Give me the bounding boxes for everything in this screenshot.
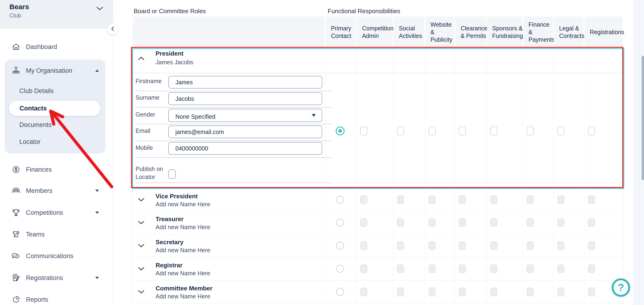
sponsors-fundraising-checkbox[interactable] xyxy=(490,126,498,135)
sidebar-item-finances[interactable]: Finances xyxy=(5,163,108,176)
legal-contracts-checkbox[interactable] xyxy=(557,196,564,204)
primary-contact-radio[interactable] xyxy=(336,242,344,250)
help-button[interactable]: ? xyxy=(612,278,630,297)
publish-on-locator-checkbox[interactable] xyxy=(168,169,176,179)
finance-payments-checkbox[interactable] xyxy=(526,265,534,273)
clearance-permits-checkbox[interactable] xyxy=(459,265,466,273)
registrations-checkbox[interactable] xyxy=(588,241,595,250)
social-activities-checkbox[interactable] xyxy=(397,288,404,296)
finance-payments-checkbox[interactable] xyxy=(526,196,534,204)
chevron-down-icon[interactable] xyxy=(138,198,144,203)
sidebar-item-reports[interactable]: Reports xyxy=(5,293,108,305)
collapse-section-icon[interactable] xyxy=(95,69,99,72)
clearance-permits-checkbox[interactable] xyxy=(459,241,466,250)
role-row-vice-president[interactable]: Vice President Add new Name Here xyxy=(133,188,623,211)
chevron-down-icon[interactable] xyxy=(138,290,144,295)
legal-contracts-checkbox[interactable] xyxy=(557,241,564,250)
legal-contracts-checkbox[interactable] xyxy=(557,288,564,296)
chevron-down-icon[interactable] xyxy=(138,244,144,249)
clearance-permits-checkbox[interactable] xyxy=(459,218,466,227)
competition-admin-checkbox[interactable] xyxy=(360,126,367,135)
sponsors-fundraising-checkbox[interactable] xyxy=(490,196,498,204)
social-activities-checkbox[interactable] xyxy=(397,265,404,273)
dropdown-arrow-icon xyxy=(312,114,316,117)
email-input[interactable] xyxy=(168,126,322,138)
org-switcher[interactable]: Bears Club xyxy=(0,0,113,29)
sidebar-collapse-button[interactable] xyxy=(107,23,118,35)
legal-contracts-checkbox[interactable] xyxy=(557,265,564,273)
gender-select[interactable]: None Specified xyxy=(168,109,322,122)
expand-section-icon[interactable] xyxy=(95,168,99,171)
role-row-secretary[interactable]: Secretary Add new Name Here xyxy=(133,234,623,258)
expand-section-icon[interactable] xyxy=(95,277,99,279)
registrations-checkbox[interactable] xyxy=(588,196,595,204)
primary-contact-radio[interactable] xyxy=(336,219,344,227)
sidebar-item-contacts[interactable]: Contacts xyxy=(9,101,100,116)
social-activities-checkbox[interactable] xyxy=(397,241,404,250)
mobile-input[interactable] xyxy=(168,142,322,155)
expand-section-icon[interactable] xyxy=(95,190,99,192)
registrations-checkbox[interactable] xyxy=(588,218,595,227)
finance-payments-checkbox[interactable] xyxy=(526,288,534,296)
role-row-registrar[interactable]: Registrar Add new Name Here xyxy=(133,258,623,281)
sidebar-item-teams[interactable]: Teams xyxy=(5,228,108,241)
social-activities-checkbox[interactable] xyxy=(397,196,404,204)
sidebar-item-locator[interactable]: Locator xyxy=(19,138,40,146)
competition-admin-checkbox[interactable] xyxy=(360,196,367,204)
sponsors-fundraising-checkbox[interactable] xyxy=(490,241,498,250)
competition-admin-checkbox[interactable] xyxy=(360,218,367,227)
competition-admin-checkbox[interactable] xyxy=(360,265,367,273)
website-publicity-checkbox[interactable] xyxy=(428,288,436,296)
expand-section-icon[interactable] xyxy=(95,212,99,214)
registrations-checkbox[interactable] xyxy=(588,126,595,135)
sidebar-item-club-details[interactable]: Club Details xyxy=(19,87,54,95)
chevron-down-icon[interactable] xyxy=(96,6,103,11)
legal-contracts-checkbox[interactable] xyxy=(557,218,564,227)
clearance-permits-checkbox[interactable] xyxy=(459,196,466,204)
website-publicity-checkbox[interactable] xyxy=(428,218,436,227)
surname-input[interactable] xyxy=(168,92,322,105)
social-activities-checkbox[interactable] xyxy=(397,126,404,135)
competition-admin-checkbox[interactable] xyxy=(360,288,367,296)
sidebar-item-competitions[interactable]: Competitions xyxy=(5,206,108,219)
registrations-checkbox[interactable] xyxy=(588,288,595,296)
gender-selected-value: None Specified xyxy=(176,113,216,120)
primary-contact-radio[interactable] xyxy=(336,196,344,204)
finance-payments-checkbox[interactable] xyxy=(526,126,534,135)
sidebar-item-members[interactable]: Members xyxy=(5,184,108,197)
people-icon xyxy=(11,186,21,196)
clearance-permits-checkbox[interactable] xyxy=(459,288,466,296)
sponsors-fundraising-checkbox[interactable] xyxy=(490,265,498,273)
legal-contracts-checkbox[interactable] xyxy=(557,126,564,135)
primary-contact-radio[interactable] xyxy=(336,265,344,273)
role-row-committee-member[interactable]: Committee Member Add new Name Here xyxy=(133,281,623,304)
sidebar-item-communications[interactable]: Communications xyxy=(5,249,108,263)
sidebar-item-documents[interactable]: Documents xyxy=(19,121,52,129)
sidebar-item-dashboard[interactable]: Dashboard xyxy=(5,40,108,53)
vertical-scrollbar[interactable] xyxy=(642,56,644,180)
finance-payments-checkbox[interactable] xyxy=(526,241,534,250)
sponsors-fundraising-checkbox[interactable] xyxy=(490,218,498,227)
website-publicity-checkbox[interactable] xyxy=(428,196,436,204)
registrations-checkbox[interactable] xyxy=(588,265,595,273)
sidebar-item-my-organisation[interactable]: My Organisation xyxy=(5,64,108,77)
chevron-up-icon[interactable] xyxy=(138,56,144,61)
website-publicity-checkbox[interactable] xyxy=(428,265,436,273)
trophy-icon xyxy=(11,208,21,218)
field-divider xyxy=(135,157,332,158)
role-row-treasurer[interactable]: Treasurer Add new Name Here xyxy=(133,211,623,234)
clearance-permits-checkbox[interactable] xyxy=(459,126,466,135)
sidebar-item-label: Reports xyxy=(26,296,48,303)
primary-contact-radio[interactable] xyxy=(336,288,344,296)
social-activities-checkbox[interactable] xyxy=(397,218,404,227)
finance-payments-checkbox[interactable] xyxy=(526,218,534,227)
website-publicity-checkbox[interactable] xyxy=(428,126,436,135)
primary-contact-radio-selected[interactable] xyxy=(336,126,345,135)
sidebar-item-registrations[interactable]: Registrations xyxy=(5,271,108,285)
chevron-down-icon[interactable] xyxy=(138,267,144,272)
firstname-input[interactable] xyxy=(168,76,322,89)
chevron-down-icon[interactable] xyxy=(138,221,144,225)
competition-admin-checkbox[interactable] xyxy=(360,241,367,250)
website-publicity-checkbox[interactable] xyxy=(428,241,436,250)
sponsors-fundraising-checkbox[interactable] xyxy=(490,288,498,296)
